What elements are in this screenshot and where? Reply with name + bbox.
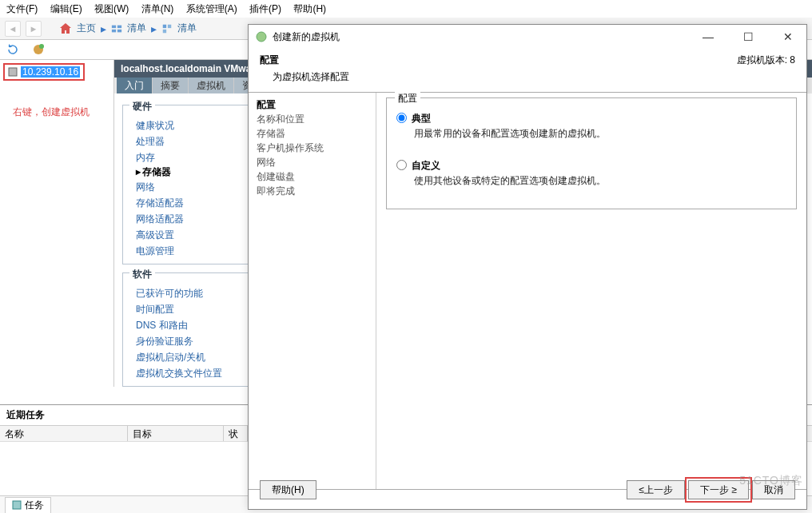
nav-step-guest-os[interactable]: 客户机操作系统 xyxy=(257,141,368,155)
highlight-box: 下一步 ≥ xyxy=(685,477,752,503)
chevron-right-icon: ▸ xyxy=(151,22,157,35)
tab-summary[interactable]: 摘要 xyxy=(153,78,189,93)
chevron-right-icon: ▸ xyxy=(101,22,106,35)
config-fieldset: 配置 典型 用最常用的设备和配置选项创建新的虚拟机。 自定义 使用其他设备或特定… xyxy=(386,97,797,209)
radio-custom[interactable] xyxy=(396,160,407,170)
svg-rect-4 xyxy=(163,24,166,27)
triangle-right-icon: ▸ xyxy=(136,166,141,177)
dialog-button-bar: 帮助(H) ≤上一步 下一步 ≥ 取消 xyxy=(260,477,795,503)
host-icon xyxy=(8,67,18,77)
svg-rect-2 xyxy=(117,25,121,28)
menu-help[interactable]: 帮助(H) xyxy=(293,3,326,14)
nav-step-name[interactable]: 名称和位置 xyxy=(257,112,368,126)
nav-back-button[interactable]: ◄ xyxy=(5,21,21,37)
nav-forward-button[interactable]: ► xyxy=(26,21,42,37)
menu-admin[interactable]: 系统管理(A) xyxy=(186,3,237,14)
dialog-header-subtitle: 为虚拟机选择配置 xyxy=(260,70,349,84)
config-fieldset-legend: 配置 xyxy=(395,92,420,105)
tasks-icon xyxy=(12,500,22,510)
nav-step-disk[interactable]: 创建磁盘 xyxy=(257,169,368,184)
new-vm-icon[interactable] xyxy=(32,43,45,56)
menu-view[interactable]: 视图(W) xyxy=(94,3,129,14)
inventory-icon xyxy=(161,23,173,34)
help-button[interactable]: 帮助(H) xyxy=(260,480,316,499)
status-tab-tasks[interactable]: 任务 xyxy=(5,497,51,513)
svg-rect-5 xyxy=(168,24,171,27)
dialog-maximize-button[interactable]: ☐ xyxy=(736,30,760,43)
refresh-icon[interactable] xyxy=(6,43,19,56)
dialog-header: 配置 为虚拟机选择配置 虚拟机版本: 8 xyxy=(249,49,806,92)
radio-typical-label: 典型 xyxy=(412,112,431,125)
dialog-minimize-button[interactable]: — xyxy=(696,30,720,43)
menu-bar: 文件(F) 编辑(E) 视图(W) 清单(N) 系统管理(A) 插件(P) 帮助… xyxy=(0,0,812,18)
menu-file[interactable]: 文件(F) xyxy=(6,3,38,14)
tree-node-ip-label: 10.239.10.16 xyxy=(21,66,80,78)
inventory-icon xyxy=(111,23,122,34)
breadcrumb-inventory-2[interactable]: 清单 xyxy=(177,22,197,35)
svg-rect-3 xyxy=(117,29,121,32)
svg-point-8 xyxy=(39,44,44,49)
nav-step-config[interactable]: 配置 xyxy=(257,97,368,112)
radio-typical[interactable] xyxy=(396,113,407,123)
annotation-label: 右键，创建虚拟机 xyxy=(13,105,90,119)
menu-edit[interactable]: 编辑(E) xyxy=(50,3,82,14)
nav-step-ready[interactable]: 即将完成 xyxy=(257,184,368,198)
dialog-header-title: 配置 xyxy=(260,54,349,67)
svg-rect-1 xyxy=(112,29,116,32)
tasks-col-target[interactable]: 目标 xyxy=(128,426,224,441)
svg-rect-9 xyxy=(9,68,17,76)
radio-custom-label: 自定义 xyxy=(412,159,440,173)
tab-vms[interactable]: 虚拟机 xyxy=(189,78,234,93)
breadcrumb-inventory-1[interactable]: 清单 xyxy=(127,22,146,35)
next-button[interactable]: 下一步 ≥ xyxy=(688,480,749,499)
nav-step-storage[interactable]: 存储器 xyxy=(257,126,368,141)
menu-inventory[interactable]: 清单(N) xyxy=(141,3,174,14)
dialog-title-text: 创建新的虚拟机 xyxy=(273,30,340,44)
back-button[interactable]: ≤上一步 xyxy=(627,480,685,499)
tree-node-host[interactable]: 10.239.10.16 xyxy=(3,63,85,81)
dialog-nav: 配置 名称和位置 存储器 客户机操作系统 网络 创建磁盘 即将完成 xyxy=(249,93,376,489)
radio-typical-desc: 用最常用的设备和配置选项创建新的虚拟机。 xyxy=(414,127,786,141)
tab-getting-started[interactable]: 入门 xyxy=(117,78,153,93)
create-vm-dialog: 创建新的虚拟机 — ☐ ✕ 配置 为虚拟机选择配置 虚拟机版本: 8 配置 名称… xyxy=(248,24,807,510)
dialog-body: 配置 名称和位置 存储器 客户机操作系统 网络 创建磁盘 即将完成 配置 典型 … xyxy=(249,92,806,490)
dialog-titlebar[interactable]: 创建新的虚拟机 — ☐ ✕ xyxy=(249,25,806,49)
svg-rect-6 xyxy=(163,29,166,32)
software-legend: 软件 xyxy=(129,268,155,281)
breadcrumb-home[interactable]: 主页 xyxy=(77,22,96,35)
home-icon xyxy=(59,22,72,35)
nav-step-network[interactable]: 网络 xyxy=(257,155,368,169)
hardware-legend: 硬件 xyxy=(129,100,155,113)
cancel-button[interactable]: 取消 xyxy=(752,480,795,499)
tasks-col-status[interactable]: 状 xyxy=(224,426,248,441)
svg-point-11 xyxy=(257,32,266,42)
svg-rect-0 xyxy=(112,25,116,28)
dialog-content: 配置 典型 用最常用的设备和配置选项创建新的虚拟机。 自定义 使用其他设备或特定… xyxy=(376,93,806,489)
menu-plugins[interactable]: 插件(P) xyxy=(249,3,281,14)
vm-icon xyxy=(255,30,268,43)
radio-custom-desc: 使用其他设备或特定的配置选项创建虚拟机。 xyxy=(414,174,786,188)
vm-version-label: 虚拟机版本: 8 xyxy=(737,54,795,67)
svg-rect-10 xyxy=(13,501,21,509)
tasks-col-name[interactable]: 名称 xyxy=(0,426,128,441)
status-tab-tasks-label: 任务 xyxy=(25,499,44,512)
dialog-close-button[interactable]: ✕ xyxy=(776,30,800,43)
